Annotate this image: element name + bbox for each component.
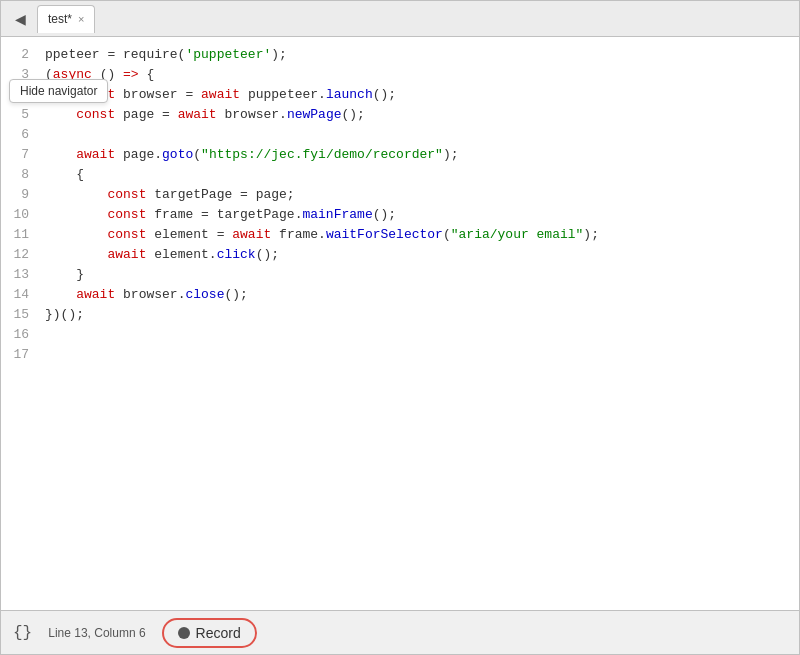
main-window: ◀ test* × Hide navigator 2ppeteer = requ… xyxy=(0,0,800,655)
code-editor[interactable]: 2ppeteer = require('puppeteer');3(async … xyxy=(1,37,799,610)
line-number: 9 xyxy=(1,185,41,205)
line-number: 5 xyxy=(1,105,41,125)
code-line: 11 const element = await frame.waitForSe… xyxy=(1,225,799,245)
line-content: ppeteer = require('puppeteer'); xyxy=(41,45,799,65)
line-content: } xyxy=(41,265,799,285)
code-line: 12 await element.click(); xyxy=(1,245,799,265)
status-bar: {} Line 13, Column 6 Record xyxy=(1,610,799,654)
line-content: await browser.close(); xyxy=(41,285,799,305)
line-number: 13 xyxy=(1,265,41,285)
code-line: 7 await page.goto("https://jec.fyi/demo/… xyxy=(1,145,799,165)
code-line: 3(async () => { xyxy=(1,65,799,85)
code-line: 16 xyxy=(1,325,799,345)
code-line: 13 } xyxy=(1,265,799,285)
line-content: await element.click(); xyxy=(41,245,799,265)
code-lines: 2ppeteer = require('puppeteer');3(async … xyxy=(1,37,799,610)
code-line: 8 { xyxy=(1,165,799,185)
code-line: 15})(); xyxy=(1,305,799,325)
line-number: 11 xyxy=(1,225,41,245)
line-content: const element = await frame.waitForSelec… xyxy=(41,225,799,245)
line-number: 7 xyxy=(1,145,41,165)
code-line: 9 const targetPage = page; xyxy=(1,185,799,205)
code-line: 6 xyxy=(1,125,799,145)
hide-navigator-button[interactable]: Hide navigator xyxy=(9,79,108,103)
code-line: 14 await browser.close(); xyxy=(1,285,799,305)
line-content: (async () => { xyxy=(41,65,799,85)
line-number: 12 xyxy=(1,245,41,265)
line-number: 6 xyxy=(1,125,41,145)
line-number: 15 xyxy=(1,305,41,325)
record-label: Record xyxy=(196,625,241,641)
tab-test[interactable]: test* × xyxy=(37,5,95,33)
code-line: 10 const frame = targetPage.mainFrame(); xyxy=(1,205,799,225)
line-number: 8 xyxy=(1,165,41,185)
code-line: 2ppeteer = require('puppeteer'); xyxy=(1,45,799,65)
code-line: 5 const page = await browser.newPage(); xyxy=(1,105,799,125)
line-content: { xyxy=(41,165,799,185)
line-number: 17 xyxy=(1,345,41,365)
cursor-position: Line 13, Column 6 xyxy=(48,626,145,640)
braces-icon: {} xyxy=(13,624,32,642)
back-icon: ◀ xyxy=(15,11,26,27)
line-number: 2 xyxy=(1,45,41,65)
line-content: const frame = targetPage.mainFrame(); xyxy=(41,205,799,225)
line-content: const targetPage = page; xyxy=(41,185,799,205)
line-content: const page = await browser.newPage(); xyxy=(41,105,799,125)
code-line: 17 xyxy=(1,345,799,365)
back-button[interactable]: ◀ xyxy=(9,8,31,30)
tab-close-icon[interactable]: × xyxy=(78,14,84,25)
line-content: })(); xyxy=(41,305,799,325)
main-content: Hide navigator 2ppeteer = require('puppe… xyxy=(1,37,799,654)
record-dot-icon xyxy=(178,627,190,639)
line-content: const browser = await puppeteer.launch()… xyxy=(41,85,799,105)
title-bar: ◀ test* × xyxy=(1,1,799,37)
line-number: 16 xyxy=(1,325,41,345)
code-line: 4 const browser = await puppeteer.launch… xyxy=(1,85,799,105)
line-content: await page.goto("https://jec.fyi/demo/re… xyxy=(41,145,799,165)
tab-label: test* xyxy=(48,12,72,26)
line-number: 14 xyxy=(1,285,41,305)
line-number: 10 xyxy=(1,205,41,225)
record-button[interactable]: Record xyxy=(162,618,257,648)
